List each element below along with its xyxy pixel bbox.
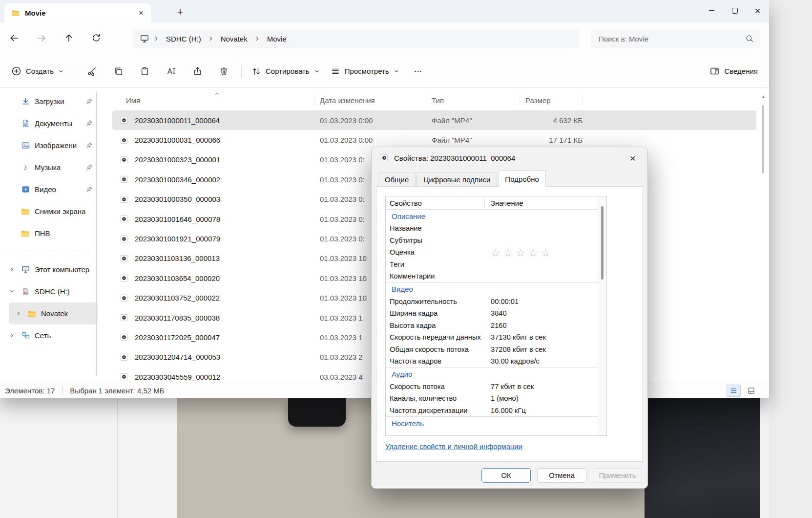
property-value: 2160 bbox=[485, 322, 507, 329]
property-row: Высота кадра2160 bbox=[386, 320, 598, 332]
mp4-file-icon bbox=[119, 273, 129, 283]
address-bar[interactable]: SDHC (H:) Novatek Movie bbox=[133, 29, 579, 48]
window-controls: × bbox=[700, 0, 769, 22]
scrollbar-thumb[interactable] bbox=[762, 105, 764, 173]
mp4-file-icon bbox=[119, 312, 129, 323]
rating-stars[interactable]: ☆☆☆☆☆ bbox=[485, 247, 554, 258]
dialog-tab[interactable]: Цифровые подписи bbox=[416, 173, 497, 186]
new-button[interactable]: Создать bbox=[6, 61, 69, 82]
property-list-scrollbar[interactable] bbox=[598, 196, 606, 435]
breadcrumb-item-movie[interactable]: Movie bbox=[263, 35, 291, 43]
refresh-button[interactable] bbox=[88, 30, 104, 46]
folder-icon bbox=[20, 206, 31, 217]
delete-button[interactable] bbox=[213, 61, 234, 82]
cancel-button[interactable]: Отмена bbox=[537, 468, 586, 483]
sidebar-item[interactable]: Изображени bbox=[2, 134, 98, 156]
search-input[interactable] bbox=[598, 34, 741, 43]
dialog-title-bar[interactable]: Свойства: 20230301000011_000064 bbox=[372, 147, 647, 169]
sidebar-item-label: Изображени bbox=[35, 141, 77, 150]
navigation-pane: ЗагрузкиДокументыИзображени♪МузыкаВидеоС… bbox=[0, 90, 100, 383]
sidebar-tree-item[interactable]: Этот компьютер bbox=[2, 259, 98, 281]
breadcrumb-item-novatek[interactable]: Novatek bbox=[216, 35, 252, 43]
this-pc-icon[interactable] bbox=[138, 33, 151, 44]
breadcrumb-item-drive[interactable]: SDHC (H:) bbox=[162, 35, 206, 43]
column-header-name[interactable]: Имя bbox=[112, 94, 315, 106]
background-window-left bbox=[0, 398, 177, 518]
new-tab-button[interactable]: + bbox=[172, 4, 188, 21]
thumbnail-view-toggle[interactable] bbox=[744, 385, 758, 397]
property-row: Субтитры bbox=[386, 235, 598, 247]
property-list-header: Свойство Значение bbox=[386, 196, 598, 209]
dialog-tab[interactable]: Общие bbox=[378, 173, 416, 186]
background-window-edge bbox=[117, 398, 118, 518]
file-type-cell: Файл "MP4" bbox=[427, 136, 520, 144]
sidebar-item[interactable]: Снимки экрана bbox=[2, 200, 98, 222]
quick-access-list: ЗагрузкиДокументыИзображени♪МузыкаВидеоС… bbox=[0, 90, 100, 244]
explorer-tab[interactable]: Movie × bbox=[4, 3, 151, 22]
sidebar-tree-item[interactable]: Сеть bbox=[2, 324, 98, 346]
file-name-cell: 20230303045559_000012 bbox=[112, 371, 315, 382]
photo-edge-strip bbox=[760, 398, 769, 518]
details-pane-button[interactable]: Сведения bbox=[704, 61, 763, 82]
close-button[interactable]: × bbox=[746, 0, 769, 22]
file-row[interactable]: 20230301000011_00006401.03.2023 0:00Файл… bbox=[112, 110, 756, 130]
rename-button[interactable] bbox=[161, 61, 181, 82]
chevron-down-icon[interactable] bbox=[7, 287, 16, 296]
sidebar-tree-item[interactable]: Novatek bbox=[9, 302, 98, 324]
column-header-type[interactable]: Тип bbox=[427, 94, 520, 106]
sidebar-scrollbar[interactable] bbox=[96, 92, 97, 376]
dialog-close-icon[interactable]: × bbox=[623, 151, 643, 166]
scroll-up-icon[interactable]: ▲ bbox=[760, 94, 767, 99]
scrollbar-thumb[interactable] bbox=[601, 206, 604, 280]
search-icon[interactable] bbox=[745, 34, 754, 43]
cut-button[interactable] bbox=[82, 61, 102, 82]
share-button[interactable] bbox=[187, 61, 208, 82]
details-pane-label: Сведения bbox=[724, 67, 758, 75]
chevron-right-icon[interactable] bbox=[14, 309, 22, 318]
file-name-cell: 20230301001921_000079 bbox=[112, 234, 315, 244]
chevron-right-icon[interactable] bbox=[7, 331, 16, 340]
property-section-header: Видео bbox=[386, 282, 598, 296]
sidebar-tree-item[interactable]: SDSDHC (H:) bbox=[2, 281, 98, 302]
file-size-cell: 17 171 КБ bbox=[520, 136, 583, 144]
sort-ascending-icon bbox=[214, 90, 220, 97]
dialog-tab[interactable]: Подробно bbox=[498, 171, 545, 187]
photo-dark-object-right bbox=[645, 398, 760, 518]
copy-button[interactable] bbox=[108, 61, 128, 82]
property-label: Ширина кадра bbox=[386, 309, 485, 317]
network-icon bbox=[20, 330, 31, 341]
ok-button[interactable]: ОК bbox=[481, 468, 531, 483]
property-row: Комментарии bbox=[386, 270, 598, 282]
file-name-cell: 20230301000031_000066 bbox=[112, 135, 315, 146]
dialog-buttons: ОК Отмена Применить bbox=[481, 468, 642, 483]
column-header-date[interactable]: Дата изменения bbox=[315, 94, 427, 106]
sidebar-item[interactable]: Видео bbox=[2, 178, 98, 200]
up-button[interactable] bbox=[61, 30, 77, 46]
tab-close-icon[interactable]: × bbox=[135, 7, 147, 20]
search-box[interactable] bbox=[591, 29, 760, 48]
pin-icon bbox=[85, 119, 94, 128]
details-view-toggle[interactable] bbox=[727, 385, 741, 397]
file-name-cell: 20230301000011_000064 bbox=[112, 115, 315, 126]
view-button[interactable]: Просмотреть bbox=[325, 61, 405, 82]
svg-text:SD: SD bbox=[24, 291, 28, 294]
more-options-button[interactable] bbox=[408, 61, 428, 82]
mp4-file-icon bbox=[380, 153, 389, 162]
paste-button[interactable] bbox=[134, 61, 155, 82]
sort-button[interactable]: Сортировать bbox=[246, 61, 325, 82]
forward-button[interactable] bbox=[33, 30, 50, 46]
toolbar-separator bbox=[241, 65, 242, 78]
sidebar-item[interactable]: ♪Музыка bbox=[2, 156, 98, 178]
chevron-right-icon[interactable] bbox=[7, 265, 16, 274]
remove-properties-link[interactable]: Удаление свойств и личной информации bbox=[385, 443, 522, 451]
minimize-button[interactable] bbox=[700, 0, 723, 22]
maximize-button[interactable] bbox=[723, 0, 746, 22]
sidebar-item[interactable]: ПНВ bbox=[2, 222, 98, 244]
mp4-file-icon bbox=[119, 253, 129, 264]
back-button[interactable] bbox=[6, 30, 22, 46]
documents-icon bbox=[20, 118, 31, 129]
sidebar-item[interactable]: Документы bbox=[2, 112, 98, 134]
sidebar-item[interactable]: Загрузки bbox=[2, 90, 98, 112]
file-list-scrollbar[interactable]: ▲ bbox=[760, 92, 767, 381]
column-header-size[interactable]: Размер bbox=[520, 94, 583, 106]
